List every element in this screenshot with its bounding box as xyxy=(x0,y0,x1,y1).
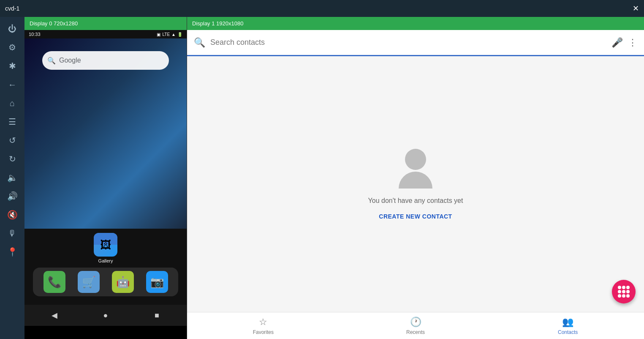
mic-icon[interactable]: 🎙 xyxy=(5,226,20,241)
close-button[interactable]: ✕ xyxy=(633,4,639,13)
status-bar: 10:33 ▣ LTE ▲ 🔋 xyxy=(24,30,187,38)
sim-icon: ▣ xyxy=(157,32,160,37)
contacts-bottom-nav: ☆ Favorites 🕐 Recents 👥 Contacts xyxy=(187,312,644,339)
refresh-icon[interactable]: ↻ xyxy=(5,151,20,167)
window-title: cvd-1 xyxy=(5,5,19,12)
google-search-icon: 🔍 xyxy=(47,57,56,65)
empty-avatar xyxy=(399,149,432,189)
search-icon: 🔍 xyxy=(194,37,205,48)
no-contacts-message: You don't have any contacts yet xyxy=(368,197,463,205)
camera-app-icon[interactable]: 📷 xyxy=(146,271,168,293)
display0-header: Display 0 720x1280 xyxy=(24,17,187,30)
settings-icon[interactable]: ⚙ xyxy=(5,40,20,55)
contacts-icon: 👥 xyxy=(562,317,573,328)
title-bar: cvd-1 ✕ xyxy=(0,0,644,17)
back-icon[interactable]: ← xyxy=(5,77,20,92)
volume-low-icon[interactable]: 🔈 xyxy=(5,170,20,185)
back-nav-btn[interactable]: ◀ xyxy=(48,309,61,322)
tab-recents[interactable]: 🕐 Recents xyxy=(340,312,492,339)
gallery-label: Gallery xyxy=(98,258,113,263)
volume-high-icon[interactable]: 🔊 xyxy=(5,189,20,204)
gallery-app[interactable]: 🖼 Gallery xyxy=(91,233,120,263)
main-layout: ⏻ ⚙ ✱ ← ⌂ ☰ ↺ ↻ 🔈 🔊 🔇 🎙 📍 Display 0 720x… xyxy=(0,17,644,339)
fab-dots-icon xyxy=(618,286,630,298)
status-time: 10:33 xyxy=(29,32,41,37)
fab-button[interactable] xyxy=(612,280,636,303)
voice-search-icon[interactable]: 🎤 xyxy=(611,37,623,48)
lte-icon: LTE xyxy=(162,32,170,37)
recents-nav-btn[interactable]: ■ xyxy=(150,309,163,322)
phone-dock-area: 🖼 Gallery 📞 🛒 🤖 📷 xyxy=(24,229,187,305)
battery-icon: 🔋 xyxy=(177,32,182,37)
google-search-bar[interactable]: 🔍 Google xyxy=(42,51,169,70)
displays-row: Display 0 720x1280 10:33 ▣ LTE ▲ 🔋 🔍 xyxy=(24,17,644,339)
phone-screen[interactable]: 10:33 ▣ LTE ▲ 🔋 🔍 Google xyxy=(24,30,187,339)
home-icon[interactable]: ⌂ xyxy=(5,96,20,111)
favorites-icon: ☆ xyxy=(259,317,267,328)
rotate-icon[interactable]: ↺ xyxy=(5,133,20,148)
display1-header: Display 1 1920x1080 xyxy=(187,17,644,30)
recents-icon: 🕐 xyxy=(410,317,421,328)
display0-panel: Display 0 720x1280 10:33 ▣ LTE ▲ 🔋 🔍 xyxy=(24,17,187,339)
status-icons: ▣ LTE ▲ 🔋 xyxy=(157,32,182,37)
bluetooth-icon[interactable]: ✱ xyxy=(5,58,20,74)
location-icon[interactable]: 📍 xyxy=(5,244,20,260)
tab-contacts[interactable]: 👥 Contacts xyxy=(492,312,644,339)
mute-icon[interactable]: 🔇 xyxy=(5,207,20,222)
search-input[interactable] xyxy=(210,38,606,47)
google-search-text: Google xyxy=(59,57,164,64)
contacts-search-bar[interactable]: 🔍 🎤 ⋮ xyxy=(187,30,644,56)
avatar-body xyxy=(399,172,432,189)
display1-panel: Display 1 1920x1080 🔍 🎤 ⋮ You don't have… xyxy=(187,17,644,339)
phone-app-icon[interactable]: 📞 xyxy=(43,271,65,293)
tab-favorites[interactable]: ☆ Favorites xyxy=(187,312,340,339)
avatar-head xyxy=(405,149,426,170)
menu-icon[interactable]: ☰ xyxy=(5,114,20,129)
sidebar: ⏻ ⚙ ✱ ← ⌂ ☰ ↺ ↻ 🔈 🔊 🔇 🎙 📍 xyxy=(0,17,24,339)
recents-label: Recents xyxy=(406,329,425,335)
favorites-label: Favorites xyxy=(253,329,274,335)
phone-bottom-apps: 📞 🛒 🤖 📷 xyxy=(33,268,178,296)
create-contact-button[interactable]: CREATE NEW CONTACT xyxy=(379,213,452,220)
android-app-icon[interactable]: 🤖 xyxy=(112,271,134,293)
gallery-icon: 🖼 xyxy=(94,233,117,257)
power-icon[interactable]: ⏻ xyxy=(5,21,20,36)
phone-nav-bar: ◀ ● ■ xyxy=(24,305,187,326)
phone-wallpaper: 🔍 Google xyxy=(24,38,187,229)
contacts-label: Contacts xyxy=(558,329,578,335)
home-nav-btn[interactable]: ● xyxy=(99,309,112,322)
contacts-empty-state: You don't have any contacts yet CREATE N… xyxy=(187,56,644,312)
fdroid-app-icon[interactable]: 🛒 xyxy=(78,271,100,293)
contacts-screen: 🔍 🎤 ⋮ You don't have any contacts yet CR… xyxy=(187,30,644,339)
more-options-icon[interactable]: ⋮ xyxy=(628,37,637,48)
signal-icon: ▲ xyxy=(171,32,176,37)
